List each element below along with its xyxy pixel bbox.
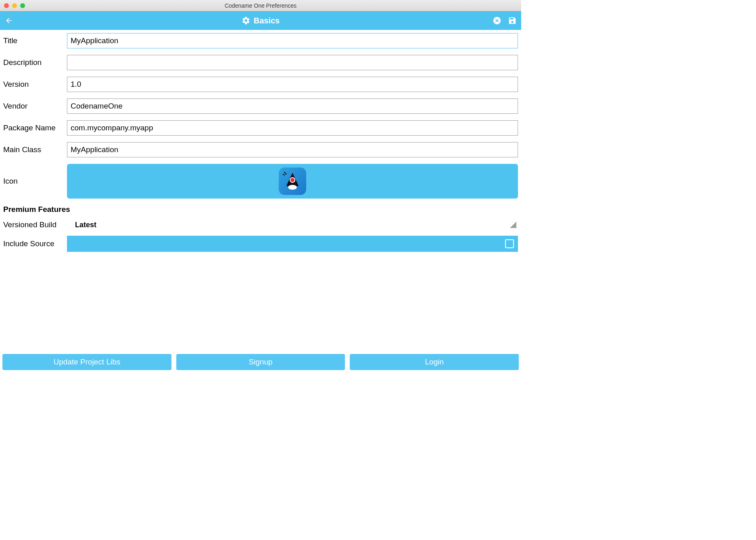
footer: Update Project Libs Signup Login — [0, 352, 521, 373]
icon-label: Icon — [3, 177, 67, 186]
dropdown-triangle-icon — [510, 222, 516, 228]
versioned-build-label: Versioned Build — [3, 220, 67, 229]
back-arrow-icon — [5, 17, 13, 25]
include-source-bar[interactable] — [67, 236, 518, 252]
update-project-libs-button[interactable]: Update Project Libs — [2, 354, 171, 370]
vendor-input[interactable] — [67, 98, 518, 114]
title-input[interactable] — [67, 33, 518, 48]
versioned-build-row[interactable]: Versioned Build Latest — [3, 220, 518, 229]
window-maximize-button[interactable] — [20, 3, 25, 8]
save-button[interactable] — [507, 16, 517, 25]
window-minimize-button[interactable] — [12, 3, 17, 8]
signup-button[interactable]: Signup — [176, 354, 345, 370]
description-input[interactable] — [67, 55, 518, 70]
duke-mascot-icon — [282, 171, 303, 191]
icon-panel[interactable] — [67, 164, 518, 199]
header-title-group: Basics — [242, 16, 280, 25]
header-title: Basics — [254, 16, 280, 25]
main-class-input[interactable] — [67, 142, 518, 157]
window-titlebar: Codename One Preferences — [0, 0, 521, 11]
login-button[interactable]: Login — [350, 354, 519, 370]
title-label: Title — [3, 36, 67, 45]
include-source-checkbox[interactable] — [505, 239, 514, 248]
package-name-input[interactable] — [67, 120, 518, 136]
app-icon — [279, 167, 306, 195]
save-icon — [508, 16, 517, 25]
vendor-label: Vendor — [3, 102, 67, 111]
basics-form: Title Description Version Vendor Package… — [0, 30, 521, 252]
window-title: Codename One Preferences — [225, 2, 297, 9]
cancel-button[interactable] — [492, 16, 502, 25]
versioned-build-value: Latest — [67, 221, 510, 229]
package-name-label: Package Name — [3, 123, 67, 132]
include-source-label: Include Source — [3, 239, 67, 248]
svg-point-1 — [290, 178, 294, 182]
description-label: Description — [3, 58, 67, 67]
back-button[interactable] — [4, 16, 14, 25]
version-input[interactable] — [67, 77, 518, 92]
cancel-circle-icon — [493, 16, 501, 25]
premium-features-title: Premium Features — [3, 205, 518, 214]
gear-icon — [242, 16, 251, 25]
app-header: Basics — [0, 11, 521, 30]
main-class-label: Main Class — [3, 145, 67, 154]
svg-point-2 — [288, 185, 297, 190]
window-close-button[interactable] — [4, 3, 9, 8]
version-label: Version — [3, 80, 67, 89]
traffic-lights — [4, 3, 25, 8]
